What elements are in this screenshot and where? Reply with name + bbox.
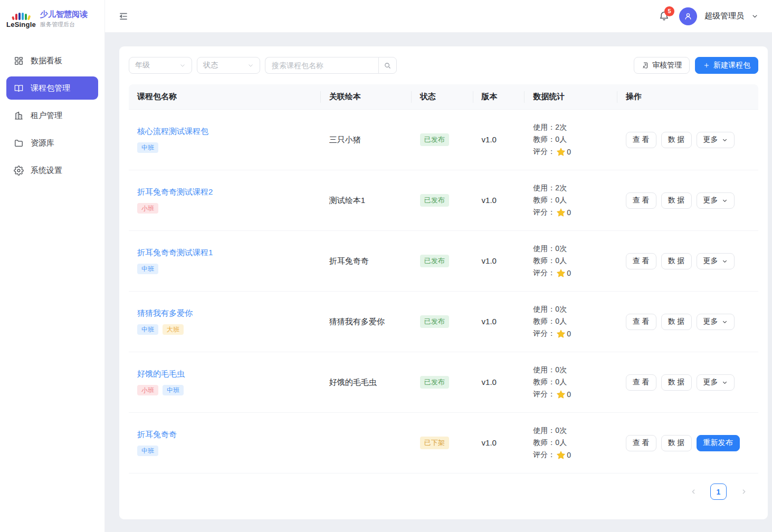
status-badge: 已发布 <box>420 255 449 267</box>
chevron-down-icon <box>722 258 728 264</box>
more-button[interactable]: 更多 <box>697 374 735 391</box>
status-badge: 已发布 <box>420 315 449 328</box>
search-input[interactable] <box>265 57 378 74</box>
republish-button[interactable]: 重新发布 <box>697 435 740 451</box>
search-icon <box>384 62 392 70</box>
version: v1.0 <box>482 135 497 144</box>
page-number[interactable]: 1 <box>710 483 727 500</box>
course-package-link[interactable]: 折耳兔奇奇测试课程1 <box>137 248 321 258</box>
table-row: 折耳兔奇奇测试课程1 中班 折耳兔奇奇 已发布 v1.0 使用：0次 教师：0人… <box>129 231 758 292</box>
course-package-link[interactable]: 折耳兔奇奇 <box>137 430 321 440</box>
sidebar-item-resources[interactable]: 资源库 <box>6 131 98 154</box>
chevron-down-icon <box>751 13 758 20</box>
sidebar-item-dashboard[interactable]: 数据看板 <box>6 49 98 72</box>
grade-tag: 大班 <box>163 324 184 335</box>
star-icon <box>556 450 566 460</box>
data-button[interactable]: 数 据 <box>661 132 692 148</box>
user-icon <box>683 12 693 21</box>
chevron-right-icon <box>740 488 747 495</box>
more-button[interactable]: 更多 <box>697 253 735 269</box>
usage-stat: 使用：2次 <box>533 123 617 132</box>
star-icon <box>556 268 566 278</box>
avatar[interactable] <box>679 7 697 25</box>
user-menu-toggle[interactable] <box>751 11 758 22</box>
version: v1.0 <box>482 256 497 265</box>
data-button[interactable]: 数 据 <box>661 253 692 269</box>
rating-stat: 评分：0 <box>533 268 617 278</box>
course-package-link[interactable]: 折耳兔奇奇测试课程2 <box>137 187 321 197</box>
search-group <box>265 57 397 74</box>
chevron-down-icon <box>247 62 254 69</box>
course-package-link[interactable]: 猜猜我有多爱你 <box>137 308 321 318</box>
dashboard-icon <box>14 56 24 66</box>
status-select-placeholder: 状态 <box>203 61 218 70</box>
plus-icon <box>703 62 710 69</box>
teacher-stat: 教师：0人 <box>533 256 617 266</box>
chevron-down-icon <box>722 198 728 204</box>
sidebar-item-label: 资源库 <box>31 138 54 148</box>
view-button[interactable]: 查 看 <box>626 314 656 330</box>
sidebar-item-label: 系统设置 <box>31 166 62 176</box>
course-package-link[interactable]: 核心流程测试课程包 <box>137 127 321 137</box>
star-icon <box>556 208 566 217</box>
usage-stat: 使用：0次 <box>533 244 617 254</box>
next-page-button[interactable] <box>736 485 751 499</box>
menu-fold-button[interactable] <box>117 9 130 23</box>
chevron-left-icon <box>690 488 697 495</box>
grade-tag: 中班 <box>137 142 158 153</box>
status-badge: 已发布 <box>420 194 449 207</box>
data-button[interactable]: 数 据 <box>661 192 692 209</box>
teacher-stat: 教师：0人 <box>533 438 617 448</box>
sidebar-item-tenants[interactable]: 租户管理 <box>6 104 98 127</box>
filter-bar: 年级 状态 审核管理 新建课程包 <box>129 57 758 74</box>
data-button[interactable]: 数 据 <box>661 435 692 451</box>
create-package-button[interactable]: 新建课程包 <box>695 57 758 74</box>
teacher-stat: 教师：0人 <box>533 378 617 387</box>
more-button[interactable]: 更多 <box>697 314 735 330</box>
grade-select[interactable]: 年级 <box>129 57 192 74</box>
view-button[interactable]: 查 看 <box>626 192 656 209</box>
grade-tag: 中班 <box>137 446 158 456</box>
sidebar-item-course-packages[interactable]: 课程包管理 <box>6 76 98 100</box>
rating-stat: 评分：0 <box>533 390 617 399</box>
table-row: 好饿的毛毛虫 小班 中班 好饿的毛毛虫 已发布 v1.0 使用：0次 教师：0人… <box>129 352 758 413</box>
folder-icon <box>14 138 24 148</box>
topbar: 5 超级管理员 <box>105 0 772 33</box>
rating-stat: 评分：0 <box>533 450 617 460</box>
status-select[interactable]: 状态 <box>197 57 260 74</box>
book-name: 三只小猪 <box>329 135 361 144</box>
star-icon <box>556 329 566 338</box>
more-button[interactable]: 更多 <box>697 132 735 148</box>
audit-management-button[interactable]: 审核管理 <box>634 57 690 74</box>
table-row: 折耳兔奇奇 中班 已下架 v1.0 使用：0次 教师：0人 评分：0 查 看 数… <box>129 413 758 473</box>
usage-stat: 使用：0次 <box>533 305 617 314</box>
usage-stat: 使用：2次 <box>533 183 617 193</box>
book-open-icon <box>14 83 24 93</box>
view-button[interactable]: 查 看 <box>626 253 656 269</box>
notifications-button[interactable]: 5 <box>656 8 672 24</box>
data-button[interactable]: 数 据 <box>661 314 692 330</box>
more-button[interactable]: 更多 <box>697 192 735 209</box>
view-button[interactable]: 查 看 <box>626 435 656 451</box>
sidebar-item-label: 数据看板 <box>31 56 62 66</box>
course-package-link[interactable]: 好饿的毛毛虫 <box>137 369 321 379</box>
table-row: 折耳兔奇奇测试课程2 小班 测试绘本1 已发布 v1.0 使用：2次 教师：0人… <box>129 170 758 231</box>
book-name: 折耳兔奇奇 <box>329 256 369 265</box>
course-package-panel: 年级 状态 审核管理 新建课程包 课程包名称 关联绘本 状态 版本 <box>119 46 768 519</box>
data-button[interactable]: 数 据 <box>661 374 692 391</box>
grade-tag: 小班 <box>137 203 158 214</box>
sidebar-item-label: 租户管理 <box>31 111 62 121</box>
view-button[interactable]: 查 看 <box>626 132 656 148</box>
sidebar-item-settings[interactable]: 系统设置 <box>6 159 98 182</box>
grade-select-placeholder: 年级 <box>135 61 150 70</box>
notification-badge: 5 <box>664 6 674 16</box>
prev-page-button[interactable] <box>686 485 701 499</box>
search-button[interactable] <box>378 57 397 74</box>
user-name[interactable]: 超级管理员 <box>704 11 744 21</box>
rating-stat: 评分：0 <box>533 208 617 217</box>
view-button[interactable]: 查 看 <box>626 374 656 391</box>
column-header-stats: 数据统计 <box>525 92 617 102</box>
audit-icon <box>642 62 649 69</box>
version: v1.0 <box>482 378 497 386</box>
table-row: 猜猜我有多爱你 中班 大班 猜猜我有多爱你 已发布 v1.0 使用：0次 教师：… <box>129 292 758 352</box>
